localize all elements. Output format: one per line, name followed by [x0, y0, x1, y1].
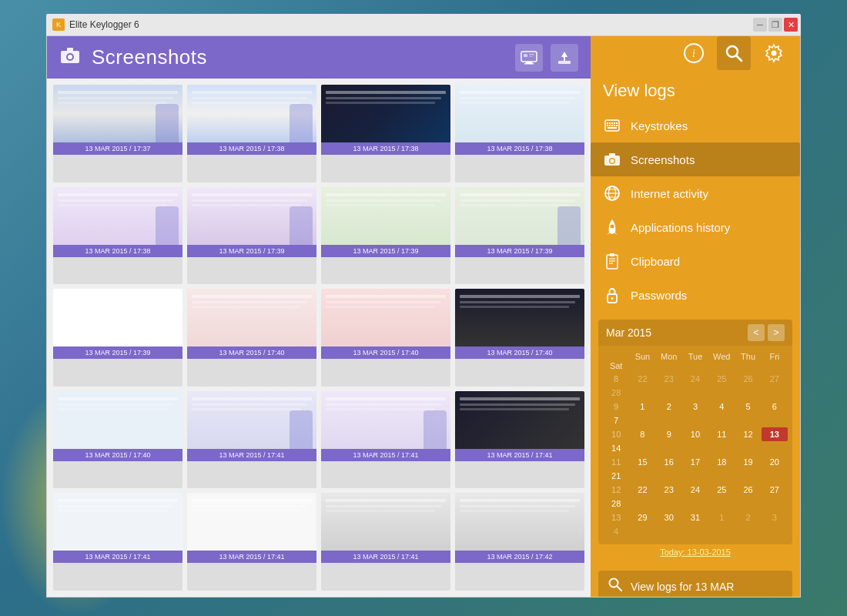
- svg-point-32: [611, 159, 614, 163]
- calendar-week-header: SunMonTueWedThuFriSat: [603, 349, 788, 372]
- calendar-cell[interactable]: 10: [682, 427, 708, 441]
- calendar-cell[interactable]: 24: [682, 483, 708, 497]
- calendar-cell[interactable]: 27: [762, 483, 788, 497]
- screenshot-label: 13 MAR 2015 / 17:38: [321, 142, 450, 155]
- screenshot-item[interactable]: 13 MAR 2015 / 17:40: [187, 289, 316, 387]
- screenshot-item[interactable]: 13 MAR 2015 / 17:38: [187, 85, 316, 182]
- calendar-row: 822232425262728: [603, 372, 788, 400]
- calendar-cell[interactable]: 7: [603, 413, 629, 427]
- calendar-cell[interactable]: 23: [656, 372, 682, 386]
- screenshot-item[interactable]: 13 MAR 2015 / 17:39: [321, 187, 450, 285]
- calendar-cell[interactable]: 4: [708, 400, 735, 413]
- info-button[interactable]: i: [677, 36, 711, 70]
- title-bar-left: K Elite Keylogger 6: [52, 18, 139, 31]
- calendar-cell[interactable]: 30: [656, 511, 682, 524]
- calendar-row: 1222232425262728: [603, 483, 788, 511]
- sidebar-item-passwords[interactable]: Passwords: [591, 278, 800, 312]
- upload-button[interactable]: [551, 44, 578, 72]
- calendar-cell[interactable]: 22: [629, 372, 655, 386]
- calendar-next-button[interactable]: >: [768, 324, 785, 341]
- view-logs-button[interactable]: View logs for 13 MAR: [598, 571, 792, 598]
- screenshot-item[interactable]: 13 MAR 2015 / 17:38: [53, 187, 182, 285]
- screenshot-item[interactable]: 13 MAR 2015 / 17:41: [187, 391, 316, 489]
- screenshot-item[interactable]: 13 MAR 2015 / 17:38: [455, 85, 584, 182]
- calendar-cell[interactable]: 6: [762, 400, 788, 413]
- screenshot-item[interactable]: 13 MAR 2015 / 17:38: [321, 85, 450, 182]
- search-button[interactable]: [717, 36, 751, 70]
- sidebar-item-keystrokes[interactable]: Keystrokes: [591, 109, 800, 142]
- calendar-cell[interactable]: 5: [735, 400, 761, 413]
- svg-point-17: [772, 51, 777, 56]
- sidebar-item-clipboard[interactable]: Clipboard: [591, 244, 800, 278]
- screenshot-item[interactable]: 13 MAR 2015 / 17:40: [321, 289, 450, 387]
- svg-rect-20: [609, 122, 611, 124]
- screenshot-item[interactable]: 13 MAR 2015 / 17:42: [455, 493, 584, 591]
- calendar-cell[interactable]: 15: [629, 455, 655, 469]
- svg-rect-23: [616, 122, 618, 124]
- calendar-cell[interactable]: 24: [682, 372, 708, 386]
- screenshot-item[interactable]: 13 MAR 2015 / 17:41: [321, 493, 450, 591]
- calendar-cell[interactable]: 3: [762, 511, 788, 524]
- calendar-cell[interactable]: 18: [708, 455, 735, 469]
- screenshot-item[interactable]: 13 MAR 2015 / 17:39: [187, 187, 316, 285]
- calendar-cell[interactable]: 11: [708, 427, 735, 441]
- calendar-cell[interactable]: 27: [762, 372, 788, 386]
- svg-rect-28: [616, 125, 618, 126]
- close-button[interactable]: ✕: [784, 18, 798, 32]
- calendar-cell[interactable]: 31: [682, 511, 708, 524]
- svg-rect-6: [524, 63, 534, 65]
- left-panel: Screenshots: [47, 36, 591, 597]
- calendar-cell[interactable]: 2: [735, 511, 761, 524]
- screenshot-item[interactable]: 13 MAR 2015 / 17:41: [321, 391, 450, 489]
- calendar-cell[interactable]: 21: [603, 469, 629, 483]
- calendar-cell[interactable]: 22: [629, 483, 655, 497]
- calendar-cell[interactable]: 1: [708, 511, 735, 524]
- calendar-cell[interactable]: 19: [735, 455, 761, 469]
- screenshot-item[interactable]: 13 MAR 2015 / 17:39: [455, 187, 584, 285]
- monitor-button[interactable]: [515, 44, 543, 72]
- restore-button[interactable]: ❐: [768, 18, 782, 32]
- calendar-cell[interactable]: 14: [603, 441, 629, 455]
- screenshot-item[interactable]: 13 MAR 2015 / 17:41: [455, 391, 584, 489]
- screenshot-item[interactable]: 13 MAR 2015 / 17:41: [187, 493, 316, 591]
- calendar-cell[interactable]: 25: [708, 372, 735, 386]
- calendar-cell[interactable]: 8: [629, 427, 655, 441]
- svg-rect-27: [614, 125, 615, 126]
- screenshot-item[interactable]: 13 MAR 2015 / 17:41: [53, 493, 182, 591]
- settings-button[interactable]: [757, 36, 791, 70]
- calendar-cell[interactable]: 12: [735, 427, 761, 441]
- svg-text:i: i: [692, 48, 695, 59]
- sidebar-item-applications-history[interactable]: Applications history: [591, 210, 800, 244]
- calendar-cell[interactable]: 20: [762, 455, 788, 469]
- calendar-cell[interactable]: 23: [656, 483, 682, 497]
- svg-rect-7: [524, 54, 527, 57]
- screenshot-item[interactable]: 13 MAR 2015 / 17:40: [455, 289, 584, 387]
- calendar-cell[interactable]: 3: [682, 400, 708, 413]
- screenshot-item[interactable]: 13 MAR 2015 / 17:40: [53, 391, 182, 489]
- calendar-prev-button[interactable]: <: [748, 324, 765, 341]
- calendar-cell[interactable]: 29: [629, 511, 655, 524]
- calendar-cell[interactable]: 28: [603, 497, 629, 511]
- calendar-cell[interactable]: 13: [762, 427, 788, 441]
- screenshot-item[interactable]: 13 MAR 2015 / 17:37: [53, 85, 182, 182]
- sidebar-item-screenshots[interactable]: Screenshots: [591, 142, 800, 176]
- minimize-button[interactable]: ─: [753, 18, 767, 32]
- calendar-cell: 8: [603, 372, 629, 386]
- calendar-cell[interactable]: 26: [735, 483, 761, 497]
- calendar-cell[interactable]: 25: [708, 483, 735, 497]
- screenshot-label: 13 MAR 2015 / 17:41: [455, 449, 584, 461]
- calendar-cell[interactable]: 17: [682, 455, 708, 469]
- calendar-cell[interactable]: 2: [656, 400, 682, 413]
- nav-items: KeystrokesScreenshotsInternet activityAp…: [591, 109, 800, 312]
- svg-rect-29: [608, 127, 617, 129]
- screenshot-label: 13 MAR 2015 / 17:40: [53, 449, 182, 461]
- calendar-cell[interactable]: 28: [603, 386, 629, 400]
- calendar-row: 10891011121314: [603, 427, 788, 455]
- calendar-cell[interactable]: 9: [656, 427, 682, 441]
- calendar-cell[interactable]: 4: [603, 524, 629, 538]
- screenshot-item[interactable]: 13 MAR 2015 / 17:39: [53, 289, 182, 387]
- calendar-cell[interactable]: 16: [656, 455, 682, 469]
- calendar-cell[interactable]: 26: [735, 372, 761, 386]
- sidebar-item-internet-activity[interactable]: Internet activity: [591, 176, 800, 210]
- calendar-cell[interactable]: 1: [629, 400, 655, 413]
